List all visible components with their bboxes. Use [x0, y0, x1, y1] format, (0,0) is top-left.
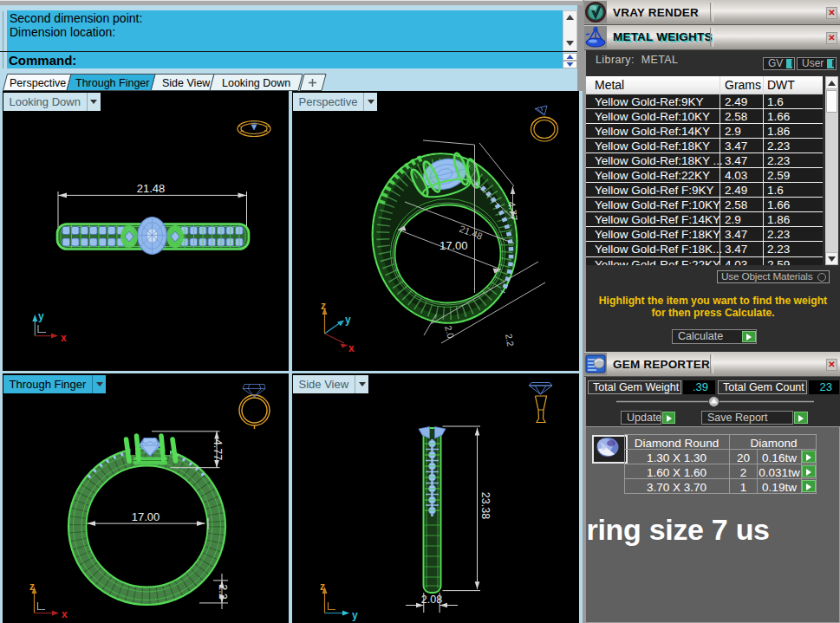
svg-text:x: x [61, 332, 67, 344]
svg-text:4.77: 4.77 [211, 438, 223, 459]
svg-text:23.38: 23.38 [479, 491, 492, 518]
svg-text:2.08: 2.08 [420, 594, 441, 606]
svg-text:Side View: Side View [162, 77, 211, 89]
svg-text:Looking Down: Looking Down [222, 77, 290, 89]
svg-text:2.0: 2.0 [443, 324, 456, 339]
svg-text:z: z [29, 581, 35, 593]
svg-text:x: x [348, 342, 355, 354]
svg-text:x: x [62, 608, 68, 620]
svg-text:y: y [345, 314, 351, 326]
svg-text:2.2: 2.2 [216, 584, 228, 599]
svg-text:z: z [320, 581, 325, 593]
svg-text:z: z [321, 300, 326, 312]
svg-text:2.2: 2.2 [504, 333, 516, 347]
svg-text:Perspective: Perspective [10, 77, 66, 89]
svg-text:Through Finger: Through Finger [75, 77, 149, 89]
svg-text:21.48: 21.48 [136, 182, 165, 195]
svg-text:y: y [352, 609, 358, 621]
svg-text:17.00: 17.00 [131, 509, 160, 522]
svg-text:17.00: 17.00 [440, 239, 468, 252]
svg-text:y: y [38, 310, 44, 322]
